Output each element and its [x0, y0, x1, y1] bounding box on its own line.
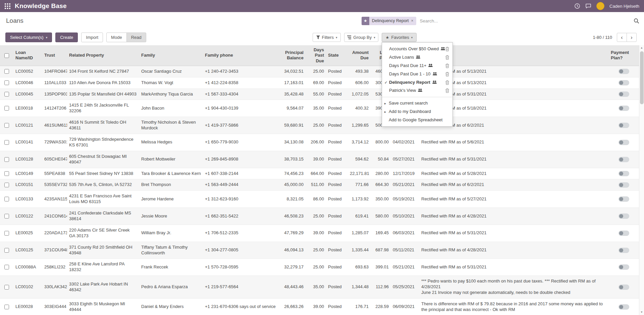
- favorites-button[interactable]: ★ Favorites ▾: [382, 33, 417, 42]
- row-checkbox-cell[interactable]: [0, 168, 13, 179]
- row-checkbox[interactable]: [4, 157, 9, 162]
- delete-favorite-icon[interactable]: [445, 47, 449, 51]
- row-checkbox-cell[interactable]: [0, 88, 13, 100]
- scrollbar-thumb[interactable]: [640, 51, 644, 104]
- row-checkbox[interactable]: [4, 265, 9, 269]
- favorites-menu-item[interactable]: ✓ Days Past Due 1 - 10: [382, 70, 452, 78]
- table-row[interactable]: LC00141 729WAS301 729 Washington StIndep…: [0, 134, 639, 151]
- row-checkbox[interactable]: [4, 92, 9, 97]
- table-row[interactable]: LC00046 110ALL033 110 Allen Ave Donora P…: [0, 77, 639, 88]
- payment-plan-toggle[interactable]: [619, 69, 629, 74]
- row-checkbox[interactable]: [4, 183, 9, 187]
- payment-plan-toggle[interactable]: [619, 140, 629, 145]
- row-checkbox-cell[interactable]: [0, 208, 13, 225]
- column-header-family[interactable]: Family: [139, 45, 203, 66]
- column-header-family-phone[interactable]: Family phone: [203, 45, 279, 66]
- table-row[interactable]: LE00028 303EIG444 3033 Eighth St Muskego…: [0, 298, 639, 315]
- mode-button[interactable]: Mode: [106, 33, 127, 42]
- table-row[interactable]: LC00125 371COU948 371 County Rd 20 Smith…: [0, 242, 639, 259]
- delete-favorite-icon[interactable]: [445, 88, 449, 93]
- scroll-up-arrow-icon[interactable]: ▲: [639, 46, 644, 50]
- row-checkbox[interactable]: [4, 106, 9, 111]
- row-checkbox[interactable]: [4, 305, 9, 309]
- row-checkbox-cell[interactable]: [0, 225, 13, 242]
- delete-favorite-icon[interactable]: [445, 72, 449, 76]
- menu-item-add-to-dashboard[interactable]: ▸ Add to my Dashboard: [382, 108, 452, 116]
- row-checkbox-cell[interactable]: [0, 77, 13, 88]
- row-checkbox-cell[interactable]: [0, 66, 13, 77]
- delete-favorite-icon[interactable]: [445, 64, 449, 68]
- row-checkbox[interactable]: [4, 140, 9, 145]
- favorites-menu-item[interactable]: ✓ Delinquency Report: [382, 78, 452, 87]
- column-header-related-property[interactable]: Related Property: [67, 45, 139, 66]
- row-checkbox[interactable]: [4, 285, 9, 290]
- delete-favorite-icon[interactable]: [445, 55, 449, 60]
- pager-next-button[interactable]: ›: [627, 33, 637, 42]
- row-checkbox[interactable]: [4, 231, 9, 236]
- table-row[interactable]: LE00018 14124T206 1415 E 24th St Jackson…: [0, 100, 639, 117]
- import-button[interactable]: Import: [81, 33, 103, 42]
- delete-favorite-icon[interactable]: [445, 80, 449, 85]
- column-header-loan-id[interactable]: Loan Name/ID: [13, 45, 42, 66]
- row-checkbox-cell[interactable]: [0, 179, 13, 191]
- create-button[interactable]: Create: [55, 33, 78, 42]
- payment-plan-toggle[interactable]: [619, 285, 629, 290]
- column-header-days-past-due[interactable]: Days Past Due: [306, 45, 326, 66]
- table-row[interactable]: LC00052 104FRO847 104 Front St Kelford N…: [0, 66, 639, 77]
- row-checkbox-cell[interactable]: [0, 259, 13, 276]
- table-row[interactable]: LC00122 241CON614 241 Confederate Clarks…: [0, 208, 639, 225]
- user-avatar[interactable]: [596, 2, 604, 10]
- pager-previous-button[interactable]: ‹: [617, 33, 627, 42]
- select-all-checkbox[interactable]: [4, 53, 9, 58]
- messages-icon[interactable]: [585, 3, 591, 9]
- payment-plan-toggle[interactable]: [619, 264, 629, 270]
- table-row[interactable]: LC00121 461SUM611 4616 N Summit St Toled…: [0, 117, 639, 134]
- table-row[interactable]: LC00128 605CHE047 605 Chestnut St Dowagi…: [0, 151, 639, 168]
- row-checkbox-cell[interactable]: [0, 276, 13, 299]
- column-header-trust[interactable]: Trust: [42, 45, 67, 66]
- filters-button[interactable]: Filters ▾: [313, 33, 341, 42]
- search-input[interactable]: [419, 18, 631, 24]
- apps-grid-icon[interactable]: [5, 3, 10, 9]
- user-name[interactable]: Caden Hjelseth: [609, 4, 639, 9]
- favorites-menu-item[interactable]: ✓ Active Loans: [382, 53, 452, 62]
- favorites-menu-item[interactable]: ✓ Patrick's View: [382, 86, 452, 95]
- payment-plan-toggle[interactable]: [619, 304, 629, 310]
- row-checkbox-cell[interactable]: [0, 117, 13, 134]
- read-button[interactable]: Read: [126, 33, 146, 42]
- row-checkbox[interactable]: [4, 214, 9, 218]
- table-row[interactable]: LC00045 135POP903 135 Poplar St Mansfiel…: [0, 88, 639, 100]
- table-row[interactable]: LE00025 220ADA173 220 Adams Cir SE Silve…: [0, 225, 639, 242]
- table-row[interactable]: LC00149 55PEA838 55 Pearl Street Sidney …: [0, 168, 639, 179]
- payment-plan-toggle[interactable]: [619, 123, 629, 128]
- payment-plan-toggle[interactable]: [619, 91, 629, 97]
- favorites-menu-item[interactable]: ✓ Accounts Over $50 Owed: [382, 45, 452, 53]
- menu-item-add-to-google-spreadsheet[interactable]: Add to Google Spreadsheet: [382, 116, 452, 124]
- row-checkbox-cell[interactable]: [0, 151, 13, 168]
- row-checkbox[interactable]: [4, 248, 9, 253]
- column-header-state[interactable]: State: [326, 45, 348, 66]
- payment-plan-toggle[interactable]: [619, 248, 629, 253]
- select-columns-button[interactable]: Select Column(s)▾: [5, 33, 52, 42]
- column-header-principal-balance[interactable]: Principal Balance: [279, 45, 306, 66]
- payment-plan-toggle[interactable]: [619, 231, 629, 236]
- row-checkbox-cell[interactable]: [0, 100, 13, 117]
- favorites-menu-item[interactable]: ✓ Days Past Due 11+: [382, 62, 452, 70]
- row-checkbox[interactable]: [4, 123, 9, 128]
- group-by-button[interactable]: Group By ▾: [344, 33, 378, 42]
- row-checkbox[interactable]: [4, 171, 9, 176]
- row-checkbox[interactable]: [4, 197, 9, 201]
- column-header-payment-plan[interactable]: Payment Plan?: [609, 45, 639, 66]
- vertical-scrollbar[interactable]: ▲ ▼: [639, 45, 644, 315]
- row-checkbox-cell[interactable]: [0, 298, 13, 315]
- payment-plan-toggle[interactable]: [619, 196, 629, 202]
- payment-plan-toggle[interactable]: [619, 171, 629, 176]
- select-all-checkbox-cell[interactable]: [0, 45, 13, 66]
- scroll-down-arrow-icon[interactable]: ▼: [639, 310, 644, 315]
- payment-plan-toggle[interactable]: [619, 157, 629, 162]
- payment-plan-toggle[interactable]: [619, 213, 629, 219]
- remove-facet-icon[interactable]: ×: [411, 19, 414, 23]
- row-checkbox-cell[interactable]: [0, 242, 13, 259]
- table-row[interactable]: LC00102 330LAK342 3302 Lake Park Ave Hob…: [0, 276, 639, 299]
- table-row[interactable]: LC00151 535SEV732 535 7th Ave S, Clinton…: [0, 179, 639, 191]
